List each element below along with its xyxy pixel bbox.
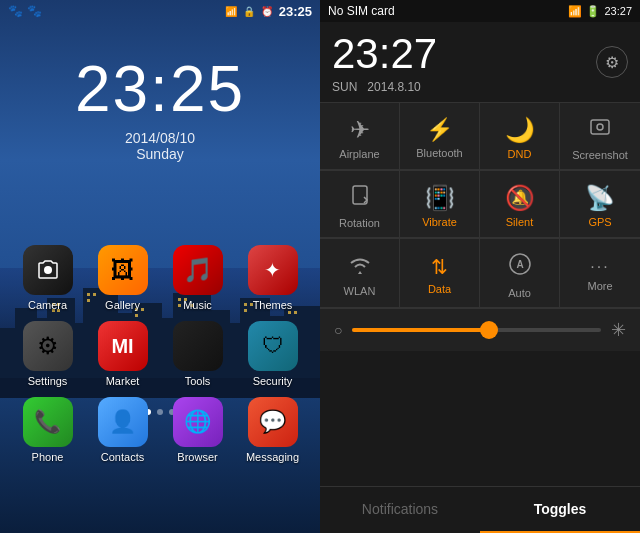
toggle-row-1: ✈ Airplane ⚡ Bluetooth 🌙 DND Screenshot bbox=[320, 102, 640, 170]
app-settings[interactable]: ⚙ Settings bbox=[14, 321, 82, 387]
app-tools-label: Tools bbox=[185, 375, 211, 387]
app-phone[interactable]: 📞 Phone bbox=[14, 397, 82, 463]
app-security[interactable]: 🛡 Security bbox=[239, 321, 307, 387]
auto-icon: A bbox=[507, 251, 533, 283]
toggle-auto-label: Auto bbox=[508, 287, 531, 299]
vibrate-icon: 📳 bbox=[425, 184, 455, 212]
toggle-data[interactable]: ⇅ Data bbox=[400, 239, 480, 308]
app-security-label: Security bbox=[253, 375, 293, 387]
gallery-icon: 🖼 bbox=[98, 245, 148, 295]
brightness-high-icon: ✳ bbox=[611, 319, 626, 341]
toggle-auto[interactable]: A Auto bbox=[480, 239, 560, 308]
toggle-silent[interactable]: 🔕 Silent bbox=[480, 171, 560, 238]
toggle-rotation[interactable]: Rotation bbox=[320, 171, 400, 238]
toggle-dnd[interactable]: 🌙 DND bbox=[480, 103, 560, 170]
right-clock: 23:27 SUN 2014.8.10 bbox=[332, 30, 437, 94]
toggle-vibrate[interactable]: 📳 Vibrate bbox=[400, 171, 480, 238]
status-bar-left: 🐾 🐾 📶 🔒 ⏰ 23:25 bbox=[0, 0, 320, 22]
left-clock: 23:25 2014/08/10 Sunday bbox=[0, 52, 320, 162]
right-header: 23:27 SUN 2014.8.10 ⚙ bbox=[320, 22, 640, 102]
toggle-rotation-label: Rotation bbox=[339, 217, 380, 229]
right-panel: No SIM card 📶 🔋 23:27 23:27 SUN 2014.8.1… bbox=[320, 0, 640, 533]
svg-point-38 bbox=[597, 124, 603, 130]
silent-icon: 🔕 bbox=[505, 184, 535, 212]
app-contacts-label: Contacts bbox=[101, 451, 144, 463]
toggle-gps[interactable]: 📡 GPS bbox=[560, 171, 640, 238]
dnd-icon: 🌙 bbox=[505, 116, 535, 144]
brightness-row: ○ ✳ bbox=[320, 308, 640, 351]
toggle-more[interactable]: ··· More bbox=[560, 239, 640, 308]
app-messaging[interactable]: 💬 Messaging bbox=[239, 397, 307, 463]
browser-icon: 🌐 bbox=[173, 397, 223, 447]
toggle-wlan[interactable]: WLAN bbox=[320, 239, 400, 308]
app-music[interactable]: 🎵 Music bbox=[164, 245, 232, 311]
app-market[interactable]: MI Market bbox=[89, 321, 157, 387]
app-phone-label: Phone bbox=[32, 451, 64, 463]
screenshot-icon bbox=[588, 115, 612, 145]
themes-icon: ✦ bbox=[248, 245, 298, 295]
svg-text:A: A bbox=[516, 259, 523, 270]
gps-icon: 📡 bbox=[585, 184, 615, 212]
settings-icon: ⚙ bbox=[23, 321, 73, 371]
wlan-icon bbox=[347, 253, 373, 281]
app-grid: Camera 🖼 Gallery 🎵 Music ✦ Themes ⚙ Sett… bbox=[0, 245, 320, 473]
contacts-icon: 👤 bbox=[98, 397, 148, 447]
toggle-vibrate-label: Vibrate bbox=[422, 216, 457, 228]
toggle-airplane-label: Airplane bbox=[339, 148, 379, 160]
right-clock-date: SUN 2014.8.10 bbox=[332, 80, 437, 94]
toggle-bluetooth[interactable]: ⚡ Bluetooth bbox=[400, 103, 480, 170]
app-tools[interactable]: Tools bbox=[164, 321, 232, 387]
airplane-icon: ✈ bbox=[350, 116, 370, 144]
left-clock-date: 2014/08/10 bbox=[0, 130, 320, 146]
toggle-dnd-label: DND bbox=[508, 148, 532, 160]
music-icon: 🎵 bbox=[173, 245, 223, 295]
app-market-label: Market bbox=[106, 375, 140, 387]
bottom-tabs: Notifications Toggles bbox=[320, 486, 640, 533]
app-camera-label: Camera bbox=[28, 299, 67, 311]
brightness-fill bbox=[352, 328, 489, 332]
camera-icon bbox=[23, 245, 73, 295]
brightness-thumb bbox=[480, 321, 498, 339]
app-messaging-label: Messaging bbox=[246, 451, 299, 463]
sim-status: No SIM card bbox=[328, 4, 395, 18]
app-gallery-label: Gallery bbox=[105, 299, 140, 311]
toggle-bluetooth-label: Bluetooth bbox=[416, 147, 462, 159]
app-browser-label: Browser bbox=[177, 451, 217, 463]
app-themes[interactable]: ✦ Themes bbox=[239, 245, 307, 311]
brightness-slider[interactable] bbox=[352, 328, 601, 332]
tools-icon bbox=[173, 321, 223, 371]
market-icon: MI bbox=[98, 321, 148, 371]
more-icon: ··· bbox=[590, 258, 609, 276]
toggle-silent-label: Silent bbox=[506, 216, 534, 228]
tab-toggles[interactable]: Toggles bbox=[480, 487, 640, 533]
status-bar-right: No SIM card 📶 🔋 23:27 bbox=[320, 0, 640, 22]
settings-gear-button[interactable]: ⚙ bbox=[596, 46, 628, 78]
tab-notifications[interactable]: Notifications bbox=[320, 487, 480, 533]
svg-point-36 bbox=[44, 266, 52, 274]
security-icon: 🛡 bbox=[248, 321, 298, 371]
toggle-row-2: Rotation 📳 Vibrate 🔕 Silent 📡 GPS bbox=[320, 170, 640, 238]
app-browser[interactable]: 🌐 Browser bbox=[164, 397, 232, 463]
right-status-icons: 📶 🔋 23:27 bbox=[568, 5, 632, 18]
app-gallery[interactable]: 🖼 Gallery bbox=[89, 245, 157, 311]
data-icon: ⇅ bbox=[431, 255, 448, 279]
toggle-airplane[interactable]: ✈ Airplane bbox=[320, 103, 400, 170]
app-contacts[interactable]: 👤 Contacts bbox=[89, 397, 157, 463]
app-settings-label: Settings bbox=[28, 375, 68, 387]
toggle-screenshot-label: Screenshot bbox=[572, 149, 628, 161]
app-row-3: 📞 Phone 👤 Contacts 🌐 Browser 💬 Messaging bbox=[10, 397, 310, 463]
status-icons-left: 🐾 🐾 bbox=[8, 4, 42, 18]
app-camera[interactable]: Camera bbox=[14, 245, 82, 311]
right-clock-full-date: 2014.8.10 bbox=[367, 80, 420, 94]
toggle-more-label: More bbox=[587, 280, 612, 292]
svg-rect-37 bbox=[591, 120, 609, 134]
app-music-label: Music bbox=[183, 299, 212, 311]
toggle-gps-label: GPS bbox=[588, 216, 611, 228]
app-row-2: ⚙ Settings MI Market Tools 🛡 Security bbox=[10, 321, 310, 387]
right-clock-time: 23:27 bbox=[332, 30, 437, 78]
status-time-left: 23:25 bbox=[279, 4, 312, 19]
toggle-screenshot[interactable]: Screenshot bbox=[560, 103, 640, 170]
app-themes-label: Themes bbox=[253, 299, 293, 311]
toggle-row-3: WLAN ⇅ Data A Auto ··· More bbox=[320, 238, 640, 308]
bluetooth-icon: ⚡ bbox=[426, 117, 453, 143]
